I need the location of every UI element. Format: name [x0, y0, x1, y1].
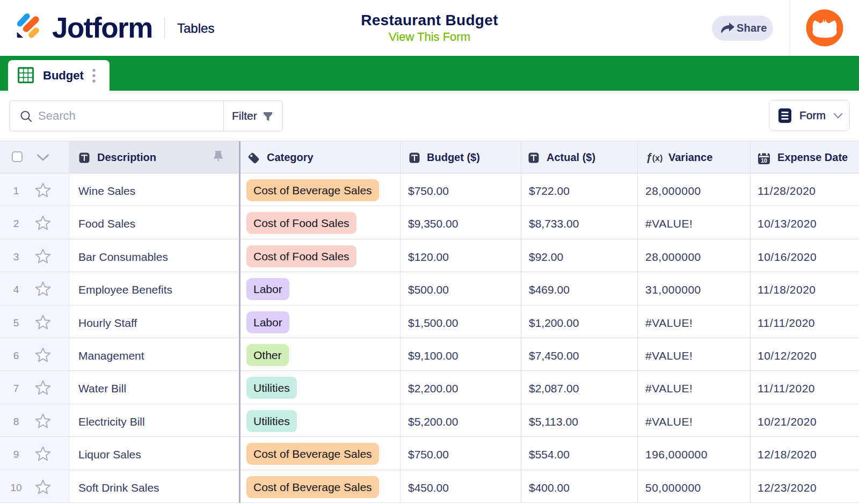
svg-text:10: 10 [761, 157, 767, 164]
